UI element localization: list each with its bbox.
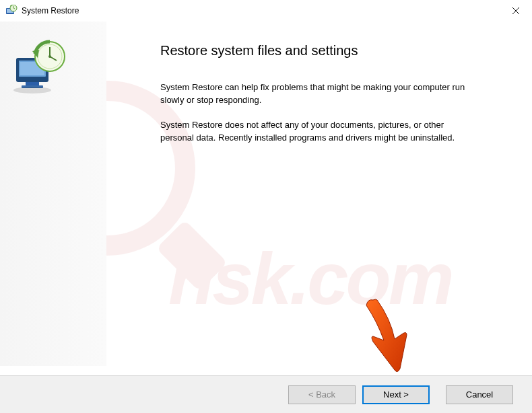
back-button: < Back	[288, 385, 356, 404]
page-heading: Restore system files and settings	[160, 43, 498, 59]
svg-point-16	[48, 55, 51, 58]
wizard-sidebar	[0, 22, 106, 366]
system-restore-icon	[5, 5, 18, 17]
wizard-footer: < Back Next > Cancel	[0, 375, 532, 413]
wizard-main: Restore system files and settings System…	[106, 22, 532, 366]
content-area: Restore system files and settings System…	[0, 22, 532, 366]
next-button[interactable]: Next >	[362, 385, 430, 404]
svg-rect-9	[26, 82, 39, 85]
cancel-button[interactable]: Cancel	[446, 385, 513, 404]
titlebar: System Restore	[0, 0, 532, 22]
intro-paragraph-2: System Restore does not affect any of yo…	[160, 119, 470, 145]
intro-paragraph-1: System Restore can help fix problems tha…	[160, 81, 470, 107]
close-icon[interactable]	[508, 3, 524, 19]
restore-large-icon	[11, 39, 71, 93]
svg-point-11	[13, 87, 51, 93]
window-title: System Restore	[22, 6, 79, 15]
